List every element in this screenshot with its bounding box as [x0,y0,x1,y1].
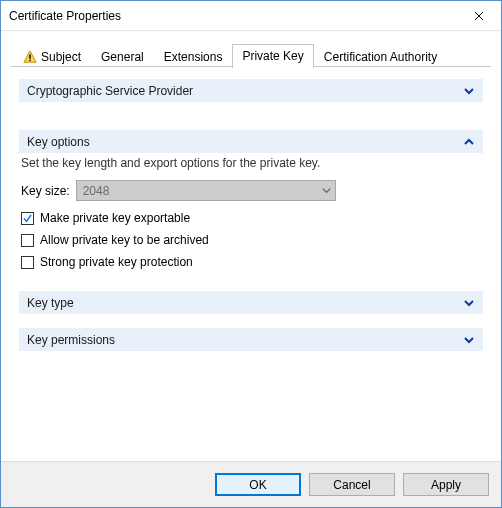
tab-cert-authority[interactable]: Certification Authority [314,46,447,68]
chevron-down-icon [463,297,475,309]
section-key-permissions-title: Key permissions [27,333,115,347]
tab-private-key-label: Private Key [242,49,303,63]
chevron-down-icon [463,334,475,346]
window-title: Certificate Properties [9,9,456,23]
tab-subject-label: Subject [41,50,81,64]
checkbox-strong-row[interactable]: Strong private key protection [21,255,483,269]
tab-content: Cryptographic Service Provider Key optio… [11,67,491,461]
checkbox-archived-row[interactable]: Allow private key to be archived [21,233,483,247]
spacer [19,314,483,328]
checkbox-exportable-label: Make private key exportable [40,211,190,225]
dialog-footer: OK Cancel Apply [1,461,501,507]
ok-button-label: OK [249,478,266,492]
tab-extensions-label: Extensions [164,50,223,64]
cancel-button-label: Cancel [333,478,370,492]
tab-subject[interactable]: Subject [13,46,91,68]
apply-button[interactable]: Apply [403,473,489,496]
section-csp-title: Cryptographic Service Provider [27,84,193,98]
checkbox-archived-label: Allow private key to be archived [40,233,209,247]
tab-extensions[interactable]: Extensions [154,46,233,68]
svg-rect-2 [29,60,30,61]
chevron-down-icon [322,184,331,198]
key-size-combo[interactable]: 2048 [76,180,336,201]
tab-general[interactable]: General [91,46,154,68]
tab-private-key[interactable]: Private Key [232,44,313,68]
close-button[interactable] [456,1,501,30]
section-key-type-title: Key type [27,296,74,310]
key-size-row: Key size: 2048 [21,180,483,201]
tab-cert-authority-label: Certification Authority [324,50,437,64]
section-key-options-desc: Set the key length and export options fo… [21,156,483,170]
cancel-button[interactable]: Cancel [309,473,395,496]
chevron-up-icon [463,136,475,148]
section-key-type[interactable]: Key type [19,291,483,314]
spacer [19,102,483,130]
checkbox-archived[interactable] [21,234,34,247]
key-size-label: Key size: [21,184,70,198]
checkbox-exportable-row[interactable]: Make private key exportable [21,211,483,225]
checkbox-strong[interactable] [21,256,34,269]
ok-button[interactable]: OK [215,473,301,496]
dialog-body: Subject General Extensions Private Key C… [1,31,501,461]
checkbox-exportable[interactable] [21,212,34,225]
spacer [19,277,483,291]
apply-button-label: Apply [431,478,461,492]
chevron-down-icon [463,85,475,97]
section-key-options[interactable]: Key options [19,130,483,153]
section-key-options-title: Key options [27,135,90,149]
warning-icon [23,50,37,64]
key-size-value: 2048 [83,184,110,198]
dialog-window: Certificate Properties Subject General E… [0,0,502,508]
checkbox-strong-label: Strong private key protection [40,255,193,269]
close-icon [474,11,484,21]
titlebar: Certificate Properties [1,1,501,31]
tab-strip: Subject General Extensions Private Key C… [11,43,491,67]
svg-rect-1 [29,54,30,58]
section-csp[interactable]: Cryptographic Service Provider [19,79,483,102]
section-key-permissions[interactable]: Key permissions [19,328,483,351]
tab-general-label: General [101,50,144,64]
